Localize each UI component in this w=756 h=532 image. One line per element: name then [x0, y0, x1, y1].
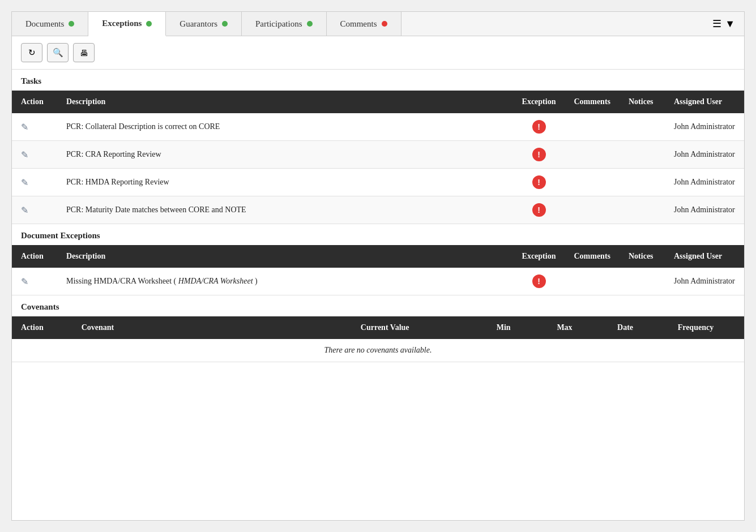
- task-row-4-assigned: John Administrator: [665, 196, 744, 224]
- covenants-col-action: Action: [12, 316, 72, 339]
- exception-alert-icon: !: [532, 148, 546, 161]
- hamburger-icon: ☰: [712, 18, 721, 30]
- task-row-3-exception: !: [513, 169, 565, 196]
- table-row: There are no covenants available.: [12, 339, 744, 362]
- doc-exc-row-1-exception: !: [513, 268, 565, 295]
- task-row-4-description: PCR: Maturity Date matches between CORE …: [57, 196, 513, 224]
- doc-exc-desc-plain-start: Missing HMDA/CRA Worksheet (: [66, 277, 178, 285]
- table-row: ✎ Missing HMDA/CRA Worksheet ( HMDA/CRA …: [12, 268, 744, 295]
- task-row-3-notices: [620, 169, 665, 196]
- task-row-4-comments: [565, 196, 620, 224]
- tab-exceptions[interactable]: Exceptions: [88, 12, 166, 36]
- toolbar: ↻ 🔍 🖶: [12, 36, 744, 70]
- task-row-2-description: PCR: CRA Reporting Review: [57, 141, 513, 169]
- tasks-col-exception: Exception: [513, 91, 565, 113]
- tasks-section-label: Tasks: [12, 70, 744, 91]
- print-button[interactable]: 🖶: [73, 43, 95, 62]
- edit-icon[interactable]: ✎: [21, 178, 28, 187]
- tab-participations-dot: [307, 21, 313, 27]
- task-row-1-notices: [620, 113, 665, 141]
- doc-exc-col-description: Description: [57, 245, 513, 268]
- chevron-down-icon: ▼: [725, 18, 735, 30]
- tab-menu-button[interactable]: ☰ ▼: [703, 12, 744, 36]
- main-container: Documents Exceptions Guarantors Particip…: [11, 11, 745, 521]
- covenants-col-current-value: Current Value: [352, 316, 488, 339]
- refresh-icon: ↻: [28, 48, 36, 58]
- covenants-table: Action Covenant Current Value Min Max Da…: [12, 316, 744, 362]
- edit-icon[interactable]: ✎: [21, 122, 28, 132]
- print-icon: 🖶: [80, 48, 88, 58]
- table-row: ✎ PCR: Maturity Date matches between COR…: [12, 196, 744, 224]
- doc-exc-col-action: Action: [12, 245, 57, 268]
- task-row-1-assigned: John Administrator: [665, 113, 744, 141]
- doc-exc-col-exception: Exception: [513, 245, 565, 268]
- doc-exc-desc-plain-end: ): [253, 277, 258, 285]
- task-row-2-assigned: John Administrator: [665, 141, 744, 169]
- tab-comments-dot: [382, 21, 387, 27]
- doc-exc-col-notices: Notices: [620, 245, 665, 268]
- doc-exc-col-comments: Comments: [565, 245, 620, 268]
- doc-exc-row-1-description: Missing HMDA/CRA Worksheet ( HMDA/CRA Wo…: [57, 268, 513, 295]
- tab-guarantors[interactable]: Guarantors: [166, 12, 242, 36]
- table-row: ✎ PCR: HMDA Reporting Review ! John Admi…: [12, 169, 744, 196]
- document-exceptions-section-label: Document Exceptions: [12, 224, 744, 245]
- edit-icon[interactable]: ✎: [21, 150, 28, 160]
- task-row-4-notices: [620, 196, 665, 224]
- refresh-button[interactable]: ↻: [21, 43, 42, 62]
- task-row-2-comments: [565, 141, 620, 169]
- doc-exc-col-assigned: Assigned User: [665, 245, 744, 268]
- tab-participations[interactable]: Participations: [242, 12, 327, 36]
- task-row-1-action: ✎: [12, 113, 57, 141]
- covenants-section-label: Covenants: [12, 295, 744, 316]
- tab-comments[interactable]: Comments: [327, 12, 402, 36]
- table-row: ✎ PCR: CRA Reporting Review ! John Admin…: [12, 141, 744, 169]
- doc-exc-header-row: Action Description Exception Comments No…: [12, 245, 744, 268]
- doc-exc-row-1-comments: [565, 268, 620, 295]
- tasks-col-comments: Comments: [565, 91, 620, 113]
- task-row-2-notices: [620, 141, 665, 169]
- covenants-header-row: Action Covenant Current Value Min Max Da…: [12, 316, 744, 339]
- task-row-3-assigned: John Administrator: [665, 169, 744, 196]
- doc-exc-row-1-assigned: John Administrator: [665, 268, 744, 295]
- tab-guarantors-dot: [222, 21, 228, 27]
- tab-comments-label: Comments: [340, 19, 377, 29]
- tab-exceptions-dot: [146, 21, 152, 27]
- tasks-col-notices: Notices: [620, 91, 665, 113]
- zoom-button[interactable]: 🔍: [47, 43, 69, 62]
- task-row-2-exception: !: [513, 141, 565, 169]
- tab-guarantors-label: Guarantors: [180, 19, 217, 29]
- tab-documents-label: Documents: [25, 19, 64, 29]
- doc-exc-desc-italic: HMDA/CRA Worksheet: [178, 277, 253, 285]
- covenants-no-data: There are no covenants available.: [12, 339, 744, 362]
- exception-alert-icon: !: [532, 120, 546, 134]
- covenants-col-max: Max: [548, 316, 608, 339]
- doc-exc-row-1-action: ✎: [12, 268, 57, 295]
- tasks-table: Action Description Exception Comments No…: [12, 91, 744, 224]
- table-row: ✎ PCR: Collateral Description is correct…: [12, 113, 744, 141]
- task-row-4-action: ✎: [12, 196, 57, 224]
- task-row-3-comments: [565, 169, 620, 196]
- task-row-3-description: PCR: HMDA Reporting Review: [57, 169, 513, 196]
- tab-documents[interactable]: Documents: [12, 12, 88, 36]
- edit-icon[interactable]: ✎: [21, 277, 28, 286]
- tab-bar: Documents Exceptions Guarantors Particip…: [12, 12, 744, 36]
- document-exceptions-table: Action Description Exception Comments No…: [12, 245, 744, 295]
- tasks-col-assigned: Assigned User: [665, 91, 744, 113]
- covenants-col-frequency: Frequency: [669, 316, 744, 339]
- exception-alert-icon: !: [532, 203, 546, 217]
- tab-exceptions-label: Exceptions: [102, 19, 142, 28]
- covenants-col-min: Min: [488, 316, 548, 339]
- covenants-col-covenant: Covenant: [72, 316, 352, 339]
- exception-alert-icon: !: [532, 175, 546, 189]
- zoom-icon: 🔍: [53, 48, 63, 58]
- task-row-3-action: ✎: [12, 169, 57, 196]
- tasks-col-action: Action: [12, 91, 57, 113]
- doc-exc-row-1-notices: [620, 268, 665, 295]
- tab-participations-label: Participations: [255, 19, 302, 29]
- covenants-no-data-message: There are no covenants available.: [324, 346, 432, 354]
- edit-icon[interactable]: ✎: [21, 205, 28, 215]
- task-row-1-exception: !: [513, 113, 565, 141]
- task-row-1-comments: [565, 113, 620, 141]
- task-row-2-action: ✎: [12, 141, 57, 169]
- tab-documents-dot: [69, 21, 74, 27]
